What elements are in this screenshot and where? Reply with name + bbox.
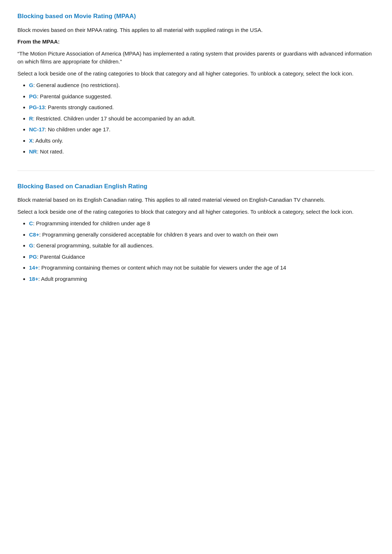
list-item: X: Adults only.: [29, 137, 375, 145]
list-item: G: General programming, suitable for all…: [29, 242, 375, 250]
rating-desc-c8: : Programming generally considered accep…: [39, 231, 278, 238]
list-item: G: General audience (no restrictions).: [29, 81, 375, 90]
rating-code-c8: C8+: [29, 231, 39, 238]
rating-desc-pg: : Parental guidance suggested.: [37, 93, 112, 99]
canadian-section-title: Blocking Based on Canadian English Ratin…: [17, 182, 375, 191]
rating-desc-nr: : Not rated.: [37, 148, 64, 155]
rating-desc-pg13: : Parents strongly cautioned.: [45, 104, 114, 110]
mpaa-instruction: Select a lock beside one of the rating c…: [17, 70, 375, 78]
mpaa-intro: Block movies based on their MPAA rating.…: [17, 26, 375, 34]
section-divider: [17, 171, 375, 171]
mpaa-from-label: From the MPAA:: [17, 38, 375, 46]
rating-code-g-ca: G: [29, 242, 33, 249]
rating-desc-nc17: : No children under age 17.: [45, 126, 110, 132]
mpaa-quote: “The Motion Picture Association of Ameri…: [17, 50, 375, 66]
rating-desc-14: : Programming containing themes or conte…: [38, 264, 286, 271]
rating-code-pg-ca: PG: [29, 254, 37, 260]
rating-code-18: 18+: [29, 276, 38, 282]
rating-desc-g-ca: : General programming, suitable for all …: [33, 242, 154, 249]
list-item: PG: Parental guidance suggested.: [29, 93, 375, 101]
rating-desc-18: : Adult programming: [38, 276, 87, 282]
rating-code-c: C: [29, 220, 33, 226]
list-item: PG: Parental Guidance: [29, 253, 375, 261]
rating-code-14: 14+: [29, 264, 38, 271]
rating-code-pg13: PG-13: [29, 104, 45, 110]
mpaa-rating-list: G: General audience (no restrictions). P…: [17, 81, 375, 156]
rating-code-g: G: [29, 82, 33, 88]
canadian-rating-list: C: Programming intended for children und…: [17, 219, 375, 283]
list-item: C8+: Programming generally considered ac…: [29, 231, 375, 239]
list-item: NC-17: No children under age 17.: [29, 126, 375, 134]
mpaa-section-title: Blocking based on Movie Rating (MPAA): [17, 12, 375, 21]
rating-code-r: R: [29, 115, 33, 122]
rating-desc-x: : Adults only.: [33, 138, 63, 144]
list-item: R: Restricted. Children under 17 should …: [29, 115, 375, 123]
list-item: PG-13: Parents strongly cautioned.: [29, 103, 375, 112]
rating-code-pg: PG: [29, 93, 37, 99]
rating-desc-r: : Restricted. Children under 17 should b…: [33, 115, 196, 122]
rating-desc-c: : Programming intended for children unde…: [33, 220, 150, 226]
list-item: 14+: Programming containing themes or co…: [29, 264, 375, 272]
rating-code-x: X: [29, 138, 33, 144]
canadian-section: Blocking Based on Canadian English Ratin…: [17, 182, 375, 283]
rating-desc-g: : General audience (no restrictions).: [33, 82, 120, 88]
rating-code-nr: NR: [29, 148, 37, 155]
list-item: C: Programming intended for children und…: [29, 219, 375, 228]
rating-desc-pg-ca: : Parental Guidance: [37, 254, 85, 260]
list-item: NR: Not rated.: [29, 148, 375, 156]
mpaa-section: Blocking based on Movie Rating (MPAA) Bl…: [17, 12, 375, 156]
canadian-intro: Block material based on its English Cana…: [17, 196, 375, 204]
list-item: 18+: Adult programming: [29, 275, 375, 283]
rating-code-nc17: NC-17: [29, 126, 45, 132]
canadian-instruction: Select a lock beside one of the rating c…: [17, 208, 375, 216]
